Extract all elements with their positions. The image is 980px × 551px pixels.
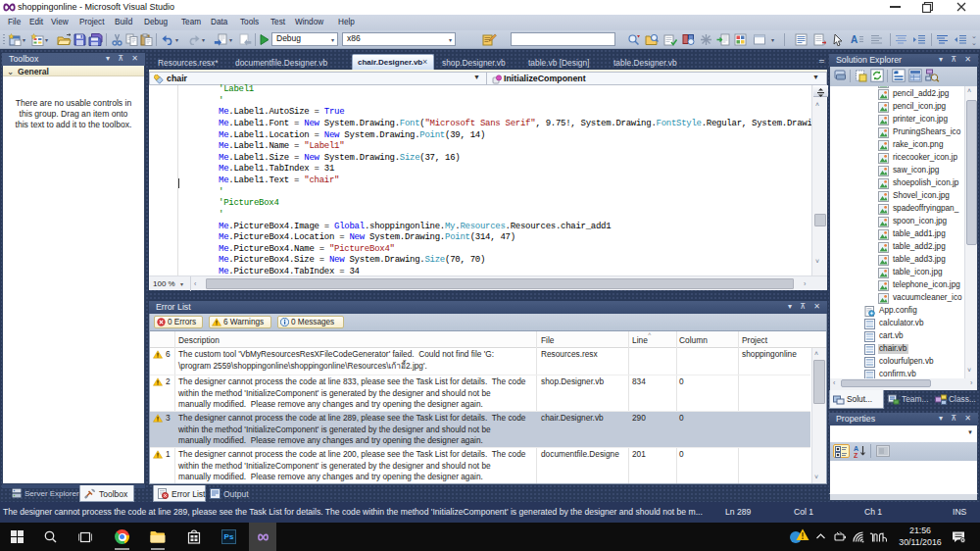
svg-text:Z: Z [854, 452, 858, 459]
svg-text:A: A [851, 34, 858, 45]
